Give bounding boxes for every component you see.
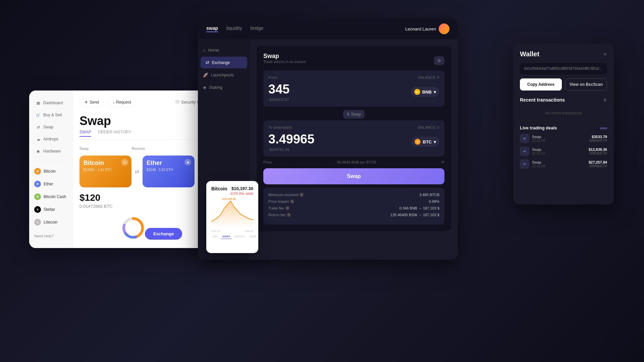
info-icon-price: ? — [290, 199, 294, 203]
donut-chart — [120, 215, 147, 241]
main-scene: ▦ Dashboard 🛒 Buy & Sell ⇄ Swap ☁ Airdro… — [0, 0, 644, 362]
sidebar-coin-bitcoin-cash[interactable]: B Bitcoin Cash — [29, 191, 72, 203]
bitcoin-coin-icon: B — [34, 168, 41, 175]
swap-exchange-icon: ⇄ — [135, 168, 139, 175]
from-amount: 345 — [268, 82, 289, 97]
trade-icon-1: ⇄ — [520, 134, 529, 143]
sidebar-item-swap[interactable]: ⇄ Swap — [31, 121, 71, 133]
chart-tab-day[interactable]: DAY — [211, 234, 219, 239]
sidebar-divider — [34, 161, 67, 161]
swap-card-label: Swap — [79, 146, 89, 150]
chart-tab-month[interactable]: MONTH — [233, 234, 246, 239]
sidebar-coin-ether[interactable]: E Ether — [29, 178, 72, 190]
sidebar-coin-stellar[interactable]: X Stellar — [29, 203, 72, 216]
view-bscscan-button[interactable]: View on BscScan — [565, 78, 607, 90]
trade-time-3: 12:21:24 — [532, 164, 589, 168]
center-sidebar-staking[interactable]: ◈ Staking — [198, 81, 250, 93]
to-token-selector[interactable]: ₿ BTC ▾ — [411, 137, 439, 147]
exchange-icon: ⇄ — [206, 60, 209, 65]
copy-address-button[interactable]: Copy Address — [520, 78, 562, 90]
swap-settings-button[interactable]: ⚙ — [434, 56, 444, 65]
btc-chart-svg — [211, 197, 253, 227]
sidebar-coin-bitcoin[interactable]: B Bitcoin — [29, 165, 72, 177]
trade-icon-2: ⇄ — [520, 146, 529, 156]
stellar-coin-icon: X — [34, 206, 41, 213]
from-balance-row: From BALANCE: 0 — [268, 75, 439, 79]
wallet-close-button[interactable]: ✕ — [603, 52, 607, 57]
swap-card-dark: Swap Trade tokens in an instant ⚙ From B… — [257, 46, 451, 231]
live-trading-view-button[interactable]: view — [600, 126, 607, 130]
nav-link-bridge[interactable]: bridge — [251, 25, 264, 32]
bitcoin-swap-card[interactable]: ♦ Bitcoin $14450 1.41 BTC — [79, 156, 131, 187]
recent-tx-clear-button[interactable]: 🗑 — [603, 98, 607, 102]
trade-label-3: Swap — [532, 160, 589, 164]
exchange-button[interactable]: Exchange — [145, 228, 182, 240]
shield-icon: 🛡 — [175, 100, 179, 105]
nav-link-swap[interactable]: swap — [206, 25, 218, 32]
hardware-icon: ◉ — [36, 149, 41, 154]
request-icon: ↓ — [112, 100, 114, 105]
trade-info-1: Swap 12:21:34 — [532, 135, 589, 142]
trade-pair-2: WBNB/ETH — [589, 152, 607, 155]
chart-current-price-label: $10,185.00 — [221, 197, 237, 201]
live-trading-title: Live trading deals — [520, 125, 557, 130]
from-token-selector[interactable]: B BNB ▾ — [411, 87, 439, 97]
center-top-nav: swap liquidity bridge Leonard Lauren — [198, 18, 458, 39]
cart-icon: 🛒 — [36, 113, 41, 117]
info-icon-return: ? — [287, 213, 291, 217]
right-wallet-panel: Wallet ✕ 0xDc59d5A3a071d8f05cdB6F69735Ad… — [513, 44, 614, 204]
send-icon: ✈ — [85, 100, 88, 105]
wallet-address: 0xDc59d5A3a071d8f05cdB6F69735Ad34BC4fEa2… — [520, 63, 607, 74]
ether-swap-card[interactable]: ◆ Ether $1548 5.53 ETH — [143, 156, 195, 187]
swap-execute-button[interactable]: Swap — [263, 168, 444, 184]
center-sidebar-launchpools[interactable]: 🚀 Launchpools — [198, 69, 250, 81]
chart-price: $10,197.30 — [229, 186, 253, 191]
ether-card-amount: $1548 5.53 ETH — [147, 168, 191, 172]
trade-usd-3: $27,257.84 — [589, 160, 607, 164]
sidebar-item-airdrops[interactable]: ☁ Airdrops — [31, 133, 71, 145]
bch-coin-icon: B — [34, 193, 41, 200]
swap-from-section: From BALANCE: 0 345 -$166872.67 B BNB — [263, 70, 444, 107]
info-icon-trade: ? — [285, 206, 289, 210]
btc-chart-popup: Bitcoin $10,197.30 -3.5% this week $10,1… — [206, 181, 258, 253]
need-help-button[interactable]: Need Help? — [29, 231, 72, 241]
trade-amounts-2: $12,839.36 WBNB/ETH — [589, 147, 607, 155]
live-trading-header: Live trading deals view — [520, 125, 607, 130]
tab-swap[interactable]: SWAP — [79, 130, 91, 137]
swap-card-title: Swap — [263, 53, 306, 60]
ether-card-title: Ether — [147, 160, 191, 167]
center-sidebar-home[interactable]: ⌂ Home — [198, 44, 250, 56]
chart-date-labels: Feb 18 Feb 28 — [211, 230, 253, 233]
left-sidebar: ▦ Dashboard 🛒 Buy & Sell ⇄ Swap ☁ Airdro… — [29, 90, 73, 248]
bnb-token-icon: B — [414, 89, 420, 95]
trade-time-2: 12:21:27 — [532, 152, 589, 155]
center-user-area[interactable]: Leonard Lauren — [405, 23, 449, 34]
trade-usd-2: $12,839.36 — [589, 147, 607, 152]
sidebar-item-buy-sell[interactable]: 🛒 Buy & Sell — [31, 109, 71, 121]
staking-icon: ◈ — [203, 85, 206, 90]
price-row: Price 98.9849 BNB per BTCB ⟳ — [263, 160, 444, 164]
center-sidebar-exchange[interactable]: ⇄ Exchange — [201, 57, 247, 68]
sidebar-item-dashboard[interactable]: ▦ Dashboard — [31, 97, 71, 109]
tab-order-history[interactable]: ORDER HISTORY — [98, 130, 131, 137]
to-balance-row: To (estimated) BALANCE: 0 — [268, 125, 439, 129]
swap-direction-button[interactable]: ⇅ Swap — [343, 110, 364, 119]
sidebar-coin-litecoin[interactable]: L Litecoin — [29, 216, 72, 228]
launch-icon: 🚀 — [203, 72, 208, 77]
trade-pair-3: WBNB/ETH — [589, 164, 607, 168]
bitcoin-card-title: Bitcoin — [84, 160, 127, 167]
center-main-content: Swap Trade tokens in an instant ⚙ From B… — [250, 39, 458, 260]
chart-title: Bitcoin — [211, 186, 227, 191]
chevron-down-icon: ▾ — [434, 89, 436, 95]
detail-return-fee: Return fee ? 135.46400 BSW → 167.103 $ — [268, 213, 439, 217]
send-button[interactable]: ✈ Send — [79, 97, 104, 107]
nav-link-liquidity[interactable]: liquidity — [226, 25, 242, 32]
trade-info-2: Swap 12:21:27 — [532, 147, 589, 155]
chart-tab-year[interactable]: YEAR — [248, 234, 258, 239]
request-button[interactable]: ↓ Request — [107, 97, 136, 107]
wallet-title: Wallet — [520, 50, 539, 58]
receive-card-label: Receive — [132, 146, 145, 150]
refresh-icon[interactable]: ⟳ — [441, 160, 444, 164]
sidebar-item-hardware[interactable]: ◉ Hardware — [31, 145, 71, 157]
chart-tab-week[interactable]: WEEK — [221, 234, 232, 239]
